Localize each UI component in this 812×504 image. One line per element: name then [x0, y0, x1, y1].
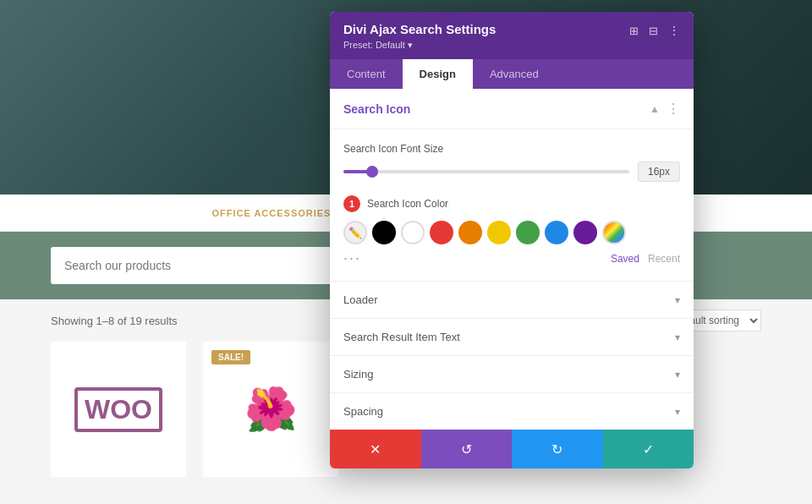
collapse-icon[interactable]: ▲ — [650, 103, 660, 115]
swatches-footer: ··· Saved Recent — [343, 249, 680, 267]
more-swatches-icon[interactable]: ··· — [343, 249, 361, 267]
saved-tab[interactable]: Saved — [611, 253, 639, 265]
search-result-section[interactable]: Search Result Item Text ▾ — [330, 318, 694, 355]
color-swatch-orange[interactable] — [458, 221, 482, 244]
columns-icon[interactable]: ⊟ — [649, 25, 658, 37]
recent-tab[interactable]: Recent — [648, 253, 680, 265]
tab-design[interactable]: Design — [403, 59, 473, 89]
slider-thumb[interactable] — [366, 166, 378, 178]
panel-tabs: Content Design Advanced — [330, 59, 694, 89]
panel-footer: ✕ ↺ ↻ ✓ — [330, 430, 694, 468]
redo-button[interactable]: ↻ — [512, 430, 603, 468]
section-controls: ▲ ⋮ — [650, 101, 680, 117]
section-options-icon[interactable]: ⋮ — [667, 101, 680, 117]
color-swatch-purple[interactable] — [573, 221, 597, 244]
panel-body: Search Icon ▲ ⋮ Search Icon Font Size 16… — [330, 89, 694, 430]
panel-header: Divi Ajax Search Settings Preset: Defaul… — [330, 12, 694, 59]
search-result-label: Search Result Item Text — [343, 331, 460, 343]
results-count: Showing 1–8 of 19 results — [51, 315, 178, 327]
panel-preset[interactable]: Preset: Default ▾ — [343, 40, 680, 51]
color-swatches: ✏️ — [343, 221, 680, 244]
woo-logo: WOO — [74, 387, 162, 432]
color-label: Search Icon Color — [367, 198, 448, 210]
color-swatch-blue[interactable] — [545, 221, 568, 244]
search-box[interactable] — [51, 247, 372, 284]
color-swatch-gradient[interactable] — [602, 221, 626, 244]
settings-panel: Divi Ajax Search Settings Preset: Defaul… — [330, 12, 694, 468]
slider-track[interactable] — [343, 170, 629, 173]
color-swatch-white[interactable] — [401, 221, 425, 244]
color-label-row: 1 Search Icon Color — [343, 195, 680, 212]
reset-button[interactable]: ↺ — [421, 430, 513, 468]
more-options-icon[interactable]: ⋮ — [668, 24, 680, 37]
color-picker-swatch[interactable]: ✏️ — [343, 221, 367, 244]
loader-section[interactable]: Loader ▾ — [330, 281, 694, 318]
color-swatch-black[interactable] — [372, 221, 396, 244]
tab-content[interactable]: Content — [330, 59, 403, 89]
tab-advanced[interactable]: Advanced — [473, 59, 556, 89]
save-button[interactable]: ✓ — [603, 430, 694, 468]
section-search-icon-title: Search Icon — [343, 102, 410, 116]
panel-content: Search Icon Font Size 16px 1 Search Icon… — [330, 129, 694, 281]
sizing-label: Sizing — [343, 368, 373, 381]
font-size-setting: Search Icon Font Size 16px — [343, 143, 680, 182]
loader-chevron: ▾ — [675, 294, 680, 306]
notification-badge: 1 — [343, 195, 360, 212]
panel-header-icons: ⊞ ⊟ ⋮ — [629, 24, 680, 37]
slider-value[interactable]: 16px — [638, 162, 680, 182]
cancel-button[interactable]: ✕ — [330, 430, 421, 468]
expand-icon[interactable]: ⊞ — [629, 25, 639, 37]
color-swatch-yellow[interactable] — [487, 221, 511, 244]
spacing-label: Spacing — [343, 405, 383, 418]
sale-badge: SALE! — [211, 350, 250, 364]
search-input[interactable] — [64, 259, 359, 272]
spacing-chevron: ▾ — [675, 406, 680, 418]
saved-recent-tabs: Saved Recent — [611, 253, 680, 265]
product-card-1: WOO — [51, 342, 186, 477]
font-size-label: Search Icon Font Size — [343, 143, 680, 155]
slider-row: 16px — [343, 162, 680, 182]
section-search-icon: Search Icon ▲ ⋮ — [330, 89, 694, 129]
color-swatch-red[interactable] — [430, 221, 453, 244]
product-card-2: SALE! 🌺 — [203, 342, 338, 477]
nav-item-1: OFFICE ACCESSORIES — [211, 208, 331, 218]
search-result-chevron: ▾ — [675, 331, 680, 343]
spacing-section[interactable]: Spacing ▾ — [330, 392, 694, 430]
sizing-chevron: ▾ — [675, 369, 680, 381]
sizing-section[interactable]: Sizing ▾ — [330, 355, 694, 392]
loader-label: Loader — [343, 293, 377, 306]
color-swatch-green[interactable] — [516, 221, 540, 244]
